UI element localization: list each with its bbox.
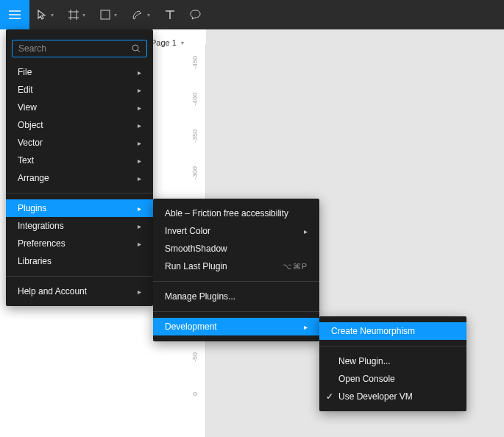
menu-separator [153, 281, 319, 282]
menu-arrange[interactable]: Arrange▸ [6, 169, 153, 187]
pen-tool[interactable]: ▾ [124, 0, 157, 29]
plugin-smoothshadow[interactable]: SmoothShadow [153, 240, 319, 257]
menu-view[interactable]: View▸ [6, 99, 153, 116]
main-menu-button[interactable] [0, 0, 29, 29]
chevron-down-icon: ▾ [181, 40, 184, 46]
comment-icon [190, 10, 201, 20]
svg-point-10 [132, 45, 138, 51]
plugin-able[interactable]: Able – Friction free accessibility [153, 205, 319, 222]
cursor-icon [37, 10, 47, 20]
text-icon [165, 10, 175, 20]
hamburger-icon [9, 10, 21, 19]
frame-icon [68, 10, 79, 20]
menu-edit[interactable]: Edit▸ [6, 81, 153, 99]
check-icon: ✓ [325, 391, 334, 402]
search-input[interactable]: Search [12, 40, 147, 57]
plugin-invert-color[interactable]: Invert Color▸ [153, 222, 319, 240]
page-label: Page 1 [151, 38, 177, 47]
plugin-development[interactable]: Development▸ [153, 318, 319, 335]
search-icon [132, 44, 141, 53]
shape-tool[interactable]: ▾ [93, 0, 124, 29]
search-placeholder: Search [18, 43, 46, 54]
svg-line-11 [138, 50, 140, 52]
dev-use-developer-vm[interactable]: ✓Use Developer VM [319, 388, 466, 405]
move-tool[interactable]: ▾ [29, 0, 61, 29]
text-tool[interactable] [157, 0, 182, 29]
plugins-submenu: Able – Friction free accessibility Inver… [153, 199, 319, 341]
menu-file[interactable]: File▸ [6, 63, 153, 81]
frame-tool[interactable]: ▾ [61, 0, 93, 29]
chevron-down-icon: ▾ [147, 12, 150, 18]
development-submenu: Create Neumorphism New Plugin... Open Co… [319, 316, 466, 411]
dev-create-neumorphism[interactable]: Create Neumorphism [319, 322, 466, 340]
menu-text[interactable]: Text▸ [6, 152, 153, 169]
menu-vector[interactable]: Vector▸ [6, 134, 153, 152]
menu-plugins[interactable]: Plugins▸ [6, 199, 153, 217]
menu-object[interactable]: Object▸ [6, 116, 153, 134]
chevron-down-icon: ▾ [51, 12, 54, 18]
menu-separator [6, 276, 153, 277]
comment-tool[interactable] [182, 0, 208, 29]
menu-libraries[interactable]: Libraries [6, 252, 153, 270]
dev-open-console[interactable]: Open Console [319, 370, 466, 388]
pen-icon [132, 10, 143, 20]
chevron-down-icon: ▾ [114, 12, 117, 18]
chevron-down-icon: ▾ [82, 12, 85, 18]
toolbar: ▾ ▾ ▾ ▾ [0, 0, 504, 29]
menu-separator [319, 346, 466, 347]
plugin-manage[interactable]: Manage Plugins... [153, 288, 319, 305]
plugin-run-last[interactable]: Run Last Plugin⌥⌘P [153, 257, 319, 275]
rectangle-icon [100, 10, 110, 20]
svg-rect-7 [101, 10, 110, 19]
menu-integrations[interactable]: Integrations▸ [6, 217, 153, 235]
main-menu: Search File▸ Edit▸ View▸ Object▸ Vector▸… [6, 29, 153, 306]
dev-new-plugin[interactable]: New Plugin... [319, 352, 466, 370]
menu-preferences[interactable]: Preferences▸ [6, 235, 153, 252]
menu-separator [6, 193, 153, 193]
menu-separator [153, 311, 319, 312]
menu-help-account[interactable]: Help and Account▸ [6, 283, 153, 300]
